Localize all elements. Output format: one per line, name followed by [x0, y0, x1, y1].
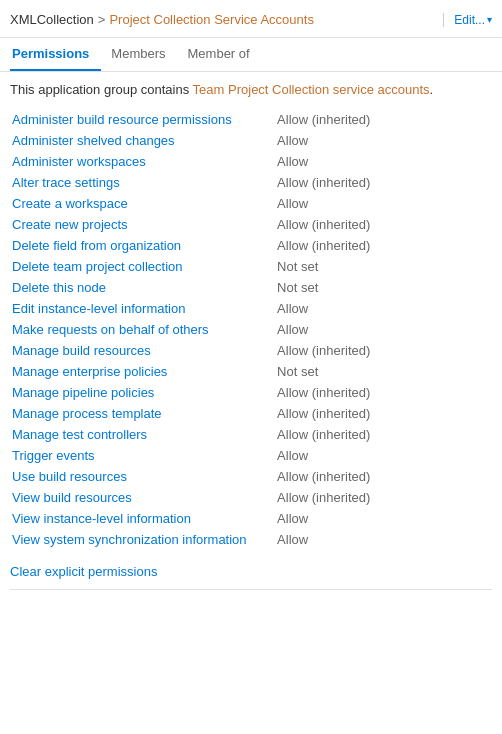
info-text-before: This application group contains — [10, 82, 193, 97]
table-row: Edit instance-level informationAllow — [10, 298, 492, 319]
table-row: Create a workspaceAllow — [10, 193, 492, 214]
permission-name[interactable]: Trigger events — [10, 445, 275, 466]
permission-name[interactable]: Manage test controllers — [10, 424, 275, 445]
permission-name[interactable]: Create new projects — [10, 214, 275, 235]
permission-name[interactable]: Use build resources — [10, 466, 275, 487]
permission-value: Allow (inherited) — [275, 403, 492, 424]
permission-value: Not set — [275, 256, 492, 277]
table-row: Manage test controllersAllow (inherited) — [10, 424, 492, 445]
permission-name[interactable]: View instance-level information — [10, 508, 275, 529]
permission-value: Not set — [275, 277, 492, 298]
breadcrumb-current: Project Collection Service Accounts — [109, 12, 313, 27]
table-row: Administer workspacesAllow — [10, 151, 492, 172]
permission-value: Allow (inherited) — [275, 172, 492, 193]
edit-button[interactable]: Edit... ▾ — [443, 13, 492, 27]
permission-value: Allow — [275, 298, 492, 319]
permission-name[interactable]: Manage build resources — [10, 340, 275, 361]
permission-value: Allow (inherited) — [275, 235, 492, 256]
permission-name[interactable]: View system synchronization information — [10, 529, 275, 550]
page-header: XMLCollection > Project Collection Servi… — [0, 0, 502, 38]
table-row: Make requests on behalf of othersAllow — [10, 319, 492, 340]
breadcrumb: XMLCollection > Project Collection Servi… — [10, 12, 435, 27]
permission-name[interactable]: Manage pipeline policies — [10, 382, 275, 403]
permission-value: Allow — [275, 193, 492, 214]
info-highlight: Team Project Collection service accounts — [193, 82, 430, 97]
table-row: Administer build resource permissionsAll… — [10, 109, 492, 130]
permission-value: Allow (inherited) — [275, 424, 492, 445]
permission-value: Allow — [275, 151, 492, 172]
table-row: Trigger eventsAllow — [10, 445, 492, 466]
table-row: Delete this nodeNot set — [10, 277, 492, 298]
table-row: Create new projectsAllow (inherited) — [10, 214, 492, 235]
table-row: Alter trace settingsAllow (inherited) — [10, 172, 492, 193]
clear-permissions-link[interactable]: Clear explicit permissions — [10, 564, 157, 579]
permission-name[interactable]: Manage process template — [10, 403, 275, 424]
permission-value: Allow — [275, 529, 492, 550]
tab-permissions[interactable]: Permissions — [10, 38, 101, 71]
permission-name[interactable]: Delete field from organization — [10, 235, 275, 256]
permission-name[interactable]: Edit instance-level information — [10, 298, 275, 319]
permission-value: Allow (inherited) — [275, 109, 492, 130]
permission-name[interactable]: View build resources — [10, 487, 275, 508]
table-row: Manage enterprise policiesNot set — [10, 361, 492, 382]
breadcrumb-separator: > — [98, 12, 106, 27]
table-row: Manage pipeline policiesAllow (inherited… — [10, 382, 492, 403]
tab-member-of[interactable]: Member of — [186, 38, 262, 71]
permission-name[interactable]: Create a workspace — [10, 193, 275, 214]
edit-label: Edit... — [454, 13, 485, 27]
tabs-bar: PermissionsMembersMember of — [0, 38, 502, 72]
table-row: Administer shelved changesAllow — [10, 130, 492, 151]
permission-value: Allow — [275, 508, 492, 529]
permission-name[interactable]: Delete this node — [10, 277, 275, 298]
permission-value: Allow — [275, 130, 492, 151]
permission-value: Not set — [275, 361, 492, 382]
info-text: This application group contains Team Pro… — [10, 82, 492, 97]
table-row: Manage process templateAllow (inherited) — [10, 403, 492, 424]
table-row: Use build resourcesAllow (inherited) — [10, 466, 492, 487]
tab-members[interactable]: Members — [109, 38, 177, 71]
permission-name[interactable]: Administer workspaces — [10, 151, 275, 172]
permissions-table: Administer build resource permissionsAll… — [10, 109, 492, 550]
breadcrumb-link[interactable]: XMLCollection — [10, 12, 94, 27]
footer-bar — [10, 589, 492, 593]
table-row: Delete field from organizationAllow (inh… — [10, 235, 492, 256]
main-content: This application group contains Team Pro… — [0, 72, 502, 603]
permission-value: Allow (inherited) — [275, 214, 492, 235]
permission-value: Allow (inherited) — [275, 382, 492, 403]
edit-arrow: ▾ — [487, 14, 492, 25]
permission-name[interactable]: Administer shelved changes — [10, 130, 275, 151]
permission-value: Allow — [275, 445, 492, 466]
permission-name[interactable]: Make requests on behalf of others — [10, 319, 275, 340]
permission-value: Allow — [275, 319, 492, 340]
info-text-after: . — [430, 82, 434, 97]
permission-value: Allow (inherited) — [275, 487, 492, 508]
table-row: View build resourcesAllow (inherited) — [10, 487, 492, 508]
table-row: View instance-level informationAllow — [10, 508, 492, 529]
table-row: View system synchronization informationA… — [10, 529, 492, 550]
permission-name[interactable]: Administer build resource permissions — [10, 109, 275, 130]
table-row: Delete team project collectionNot set — [10, 256, 492, 277]
permission-name[interactable]: Delete team project collection — [10, 256, 275, 277]
permission-value: Allow (inherited) — [275, 340, 492, 361]
table-row: Manage build resourcesAllow (inherited) — [10, 340, 492, 361]
permission-name[interactable]: Manage enterprise policies — [10, 361, 275, 382]
permission-value: Allow (inherited) — [275, 466, 492, 487]
permission-name[interactable]: Alter trace settings — [10, 172, 275, 193]
